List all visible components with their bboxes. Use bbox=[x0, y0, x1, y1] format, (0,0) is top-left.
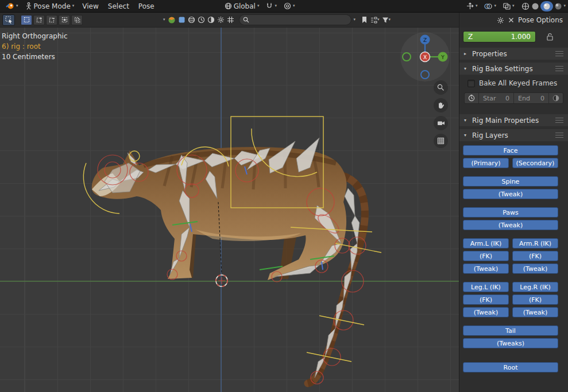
rig-layer-button[interactable]: (Primary) bbox=[463, 158, 509, 168]
bake-all-keyed-frames-checkbox[interactable] bbox=[467, 80, 475, 87]
rig-layer-button[interactable]: (FK) bbox=[463, 294, 509, 305]
panel-drag-grip[interactable] bbox=[555, 51, 563, 56]
viewport-info-text: Right Orthographic 6) rig : root 10 Cent… bbox=[2, 31, 68, 62]
unlock-icon[interactable] bbox=[546, 33, 554, 41]
select-mode-subtract[interactable] bbox=[46, 15, 57, 25]
tool-options-chevron[interactable]: ▾ bbox=[163, 18, 165, 22]
panel-drag-grip[interactable] bbox=[555, 133, 563, 138]
panel-drag-grip[interactable] bbox=[555, 66, 563, 71]
rig-layer-button[interactable]: Leg.R (IK) bbox=[512, 282, 558, 292]
gizmo-axis-z-neg[interactable] bbox=[421, 71, 429, 79]
active-tool-button[interactable] bbox=[2, 14, 15, 26]
search-icon bbox=[243, 17, 249, 23]
transform-orientation[interactable]: Global ▾ bbox=[221, 1, 263, 12]
rig-layer-button[interactable]: (Tweaks) bbox=[463, 338, 558, 348]
rig-layer-button[interactable]: (FK) bbox=[512, 251, 558, 261]
rig-layer-button[interactable]: Leg.L (IK) bbox=[463, 282, 509, 292]
rig-layer-button[interactable]: (Secondary) bbox=[512, 158, 558, 168]
animate-dot-icon bbox=[552, 95, 559, 102]
blender-logo[interactable]: ▾ bbox=[2, 1, 22, 12]
toggle-grid-button[interactable] bbox=[434, 134, 448, 148]
rig-layer-gap bbox=[463, 170, 558, 176]
select-mode-invert[interactable] bbox=[59, 15, 70, 25]
rig-layer-button[interactable]: (Tweak) bbox=[512, 307, 558, 317]
half-sphere-icon[interactable] bbox=[207, 16, 215, 24]
search-input[interactable] bbox=[252, 16, 347, 24]
navigation-gizmo[interactable]: Z Y X bbox=[397, 32, 453, 83]
panel-rig-bake-settings[interactable]: ▾ Rig Bake Settings bbox=[459, 63, 568, 75]
surface-icon[interactable] bbox=[178, 16, 186, 24]
xray-toggle[interactable]: ▾ bbox=[500, 1, 518, 12]
close-icon[interactable] bbox=[508, 17, 514, 23]
panel-drag-grip[interactable] bbox=[555, 118, 563, 123]
rig-layer-button[interactable]: (Tweak) bbox=[463, 220, 558, 230]
search-filter-chevron[interactable]: ▾ bbox=[354, 18, 356, 22]
overlays-toggle[interactable]: ▾ bbox=[481, 1, 500, 12]
select-mode-new[interactable] bbox=[21, 15, 32, 25]
menu-select[interactable]: Select bbox=[103, 1, 134, 12]
chevron-down-icon: ▾ bbox=[257, 4, 260, 8]
zoom-button[interactable] bbox=[434, 80, 448, 95]
panel-rig-main-properties[interactable]: ▾ Rig Main Properties bbox=[459, 114, 568, 126]
rig-layer-button[interactable]: Arm.R (IK) bbox=[512, 238, 558, 249]
camera-icon bbox=[437, 120, 445, 126]
select-mode-group bbox=[21, 15, 83, 25]
chevron-down-icon[interactable]: ▾ bbox=[563, 4, 566, 8]
collection-visibility[interactable]: ▾ bbox=[370, 17, 380, 24]
rig-layer-button[interactable]: Arm.L (IK) bbox=[463, 238, 509, 249]
gear-icon[interactable] bbox=[497, 17, 504, 24]
end-frame-field[interactable]: End 0 bbox=[514, 93, 548, 103]
material-shading-icon[interactable] bbox=[542, 2, 551, 11]
material-ball-icon[interactable] bbox=[168, 16, 176, 24]
scene-canvas[interactable] bbox=[0, 28, 459, 392]
rig-layer-button[interactable]: Root bbox=[463, 362, 558, 372]
z-value-slider[interactable]: Z 1.000 bbox=[463, 31, 536, 42]
rig-layer-button[interactable]: (Tweak) bbox=[512, 263, 558, 274]
menu-pose[interactable]: Pose bbox=[134, 1, 159, 12]
animate-property-button[interactable] bbox=[549, 93, 563, 103]
rig-layer-button[interactable]: (Tweak) bbox=[463, 263, 509, 274]
root-bone-gizmo[interactable] bbox=[216, 275, 227, 286]
rig-layer-button[interactable]: Paws bbox=[463, 207, 558, 218]
snapping-toggle[interactable]: ▾ bbox=[262, 1, 280, 12]
show-gizmo-toggle[interactable]: ▾ bbox=[463, 1, 481, 12]
sidebar: Pose Options Z 1.000 ▸ Properties ▾ bbox=[459, 13, 568, 392]
panel-properties[interactable]: ▸ Properties bbox=[459, 48, 568, 60]
rig-layer-button[interactable]: Tail bbox=[463, 325, 558, 336]
rig-layer-row: Paws bbox=[463, 207, 558, 218]
filter-funnel-icon bbox=[382, 17, 389, 24]
rig-layer-button[interactable]: (FK) bbox=[512, 294, 558, 305]
panel-rig-layers[interactable]: ▾ Rig Layers bbox=[459, 129, 568, 141]
rig-layer-row: Root bbox=[463, 362, 558, 372]
menu-view[interactable]: View bbox=[78, 1, 103, 12]
select-mode-intersect[interactable] bbox=[71, 15, 83, 25]
solid-shading-icon[interactable] bbox=[531, 2, 540, 11]
grid-icon[interactable] bbox=[227, 16, 234, 24]
filter-control[interactable]: ▾ bbox=[382, 17, 391, 24]
bake-all-keyed-frames-label: Bake All Keyed Frames bbox=[479, 79, 557, 87]
viewport-3d[interactable]: ▾ bbox=[0, 13, 459, 392]
chevron-down-icon: ▾ bbox=[464, 118, 469, 123]
bookmark-icon[interactable] bbox=[361, 16, 368, 24]
use-current-frame-toggle[interactable] bbox=[465, 93, 478, 103]
proportional-editing-toggle[interactable]: ▾ bbox=[280, 1, 299, 12]
rendered-shading-icon[interactable] bbox=[554, 2, 563, 11]
gear-icon[interactable] bbox=[217, 16, 225, 24]
pan-button[interactable] bbox=[434, 98, 448, 112]
sphere-icon[interactable] bbox=[188, 16, 195, 24]
wireframe-shading-icon[interactable] bbox=[521, 2, 530, 11]
rig-layer-button[interactable]: (Tweak) bbox=[463, 307, 509, 317]
rig-layer-button[interactable]: (FK) bbox=[463, 251, 509, 261]
chevron-down-icon: ▾ bbox=[16, 4, 18, 8]
start-frame-field[interactable]: Star 0 bbox=[479, 93, 513, 103]
select-mode-extend[interactable] bbox=[33, 15, 45, 25]
mode-selector[interactable]: Pose Mode ▾ bbox=[22, 1, 78, 12]
panel-properties-label: Properties bbox=[472, 50, 507, 58]
camera-view-button[interactable] bbox=[434, 116, 448, 130]
rig-layer-button[interactable]: (Tweak) bbox=[463, 189, 558, 199]
gizmo-axis-y-neg[interactable] bbox=[403, 53, 411, 61]
rig-layer-button[interactable]: Spine bbox=[463, 176, 558, 187]
clock-icon[interactable] bbox=[198, 16, 205, 24]
rig-layer-row: (FK)(FK) bbox=[463, 251, 558, 261]
rig-layer-button[interactable]: Face bbox=[463, 145, 558, 156]
